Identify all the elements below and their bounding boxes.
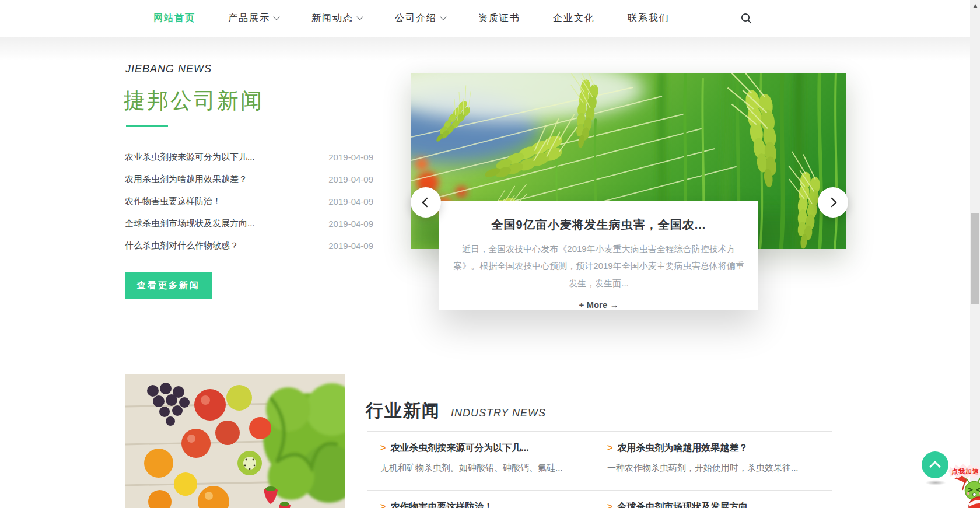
company-news-eyebrow: JIEBANG NEWS — [125, 63, 212, 75]
chevron-up-icon — [929, 461, 941, 472]
more-news-button[interactable]: 查看更多新闻 — [125, 272, 212, 299]
arrow-bullet-icon: > — [607, 502, 612, 508]
main-menu: 网站首页 产品展示 新闻动态 公司介绍 资质证书 企业文化 联系我们 — [153, 0, 702, 37]
industry-news-subtitle: INDUSTRY NEWS — [451, 407, 546, 419]
industry-card-excerpt: 一种农作物杀虫药剂，开始使用时，杀虫效果往... — [607, 463, 819, 474]
carousel-next-button[interactable] — [818, 187, 848, 218]
arrow-bullet-icon: > — [607, 443, 612, 453]
arrow-bullet-icon: > — [380, 443, 386, 453]
nav-item-label: 网站首页 — [153, 13, 195, 23]
nav-item-label: 资质证书 — [478, 13, 520, 23]
company-news-title: 捷邦公司新闻 — [124, 86, 264, 115]
news-item-date: 2019-04-09 — [328, 152, 373, 162]
industry-card-title: 农作物害虫要这样防治！ — [390, 502, 493, 508]
nav-item-culture[interactable]: 企业文化 — [553, 12, 595, 24]
nav-item-home[interactable]: 网站首页 — [153, 12, 195, 24]
nav-item-label: 新闻动态 — [312, 13, 354, 23]
nav-item-contact[interactable]: 联系我们 — [628, 12, 670, 24]
nav-item-certificates[interactable]: 资质证书 — [478, 12, 520, 24]
chevron-left-icon — [422, 198, 432, 208]
industry-card-excerpt: 无机和矿物杀虫剂。如砷酸铅、砷酸钙、氟硅... — [380, 463, 592, 474]
news-item-date: 2019-04-09 — [328, 241, 373, 251]
back-to-top-shadow — [925, 480, 946, 485]
news-item[interactable]: 全球杀虫剂市场现状及发展方向... 2019-04-09 — [125, 212, 373, 234]
news-item-date: 2019-04-09 — [328, 174, 373, 184]
chevron-right-icon — [827, 198, 837, 208]
news-item-title: 全球杀虫剂市场现状及发展方向... — [125, 218, 255, 229]
nav-item-label: 产品展示 — [228, 13, 270, 23]
top-navigation-bar: 网站首页 产品展示 新闻动态 公司介绍 资质证书 企业文化 联系我们 — [0, 0, 980, 37]
scrollbar-up-arrow[interactable] — [973, 4, 978, 8]
industry-card[interactable]: >全球杀虫剂市场现状及发展方向... — [594, 490, 832, 508]
news-item[interactable]: 农作物害虫要这样防治！ 2019-04-09 — [125, 190, 373, 212]
news-item[interactable]: 农用杀虫剂为啥越用效果越差？ 2019-04-09 — [125, 168, 373, 190]
industry-news-title: 行业新闻 — [366, 399, 440, 423]
industry-card[interactable]: >农业杀虫剂按来源可分为以下几... 无机和矿物杀虫剂。如砷酸铅、砷酸钙、氟硅.… — [367, 431, 606, 498]
page: 网站首页 产品展示 新闻动态 公司介绍 资质证书 企业文化 联系我们 — [0, 0, 980, 508]
carousel-prev-button[interactable] — [411, 187, 441, 218]
news-item-date: 2019-04-09 — [328, 219, 373, 229]
industry-card-title: 农业杀虫剂按来源可分为以下几... — [390, 443, 528, 453]
nav-item-label: 联系我们 — [628, 13, 670, 23]
scrollbar-thumb[interactable] — [971, 213, 979, 304]
carousel-news-card[interactable]: 全国9亿亩小麦将发生病虫害，全国农... 近日，全国农技中心发布《2019年小麦… — [439, 201, 758, 310]
carousel-card-excerpt: 近日，全国农技中心发布《2019年小麦重大病虫害全程综合防控技术方案》。根据全国… — [452, 240, 746, 292]
header-shadow — [0, 37, 980, 61]
industry-card-title: 全球杀虫剂市场现状及发展方向... — [617, 502, 755, 508]
back-to-top-button[interactable] — [922, 451, 949, 478]
title-underline — [126, 125, 168, 127]
news-item[interactable]: 农业杀虫剂按来源可分为以下几... 2019-04-09 — [125, 146, 373, 168]
scrollbar[interactable] — [970, 0, 980, 508]
search-icon[interactable] — [740, 12, 754, 26]
industry-card[interactable]: >农作物害虫要这样防治！ — [367, 490, 606, 508]
carousel-more-link[interactable]: + More → — [579, 300, 619, 310]
nav-item-label: 企业文化 — [553, 13, 595, 23]
nav-item-label: 公司介绍 — [395, 13, 437, 23]
industry-card-title: 农用杀虫剂为啥越用效果越差？ — [617, 443, 748, 453]
nav-item-news[interactable]: 新闻动态 — [312, 12, 362, 24]
nav-item-products[interactable]: 产品展示 — [228, 12, 279, 24]
fruits-vegetables-image[interactable] — [125, 374, 345, 508]
arrow-bullet-icon: > — [380, 502, 386, 508]
chevron-down-icon — [440, 13, 446, 20]
chevron-down-icon — [356, 13, 363, 20]
nav-item-about[interactable]: 公司介绍 — [395, 12, 446, 24]
news-item[interactable]: 什么杀虫剂对什么作物敏感？ 2019-04-09 — [125, 234, 373, 257]
industry-card[interactable]: >农用杀虫剂为啥越用效果越差？ 一种农作物杀虫药剂，开始使用时，杀虫效果往... — [594, 431, 832, 498]
company-news-list: 农业杀虫剂按来源可分为以下几... 2019-04-09 农用杀虫剂为啥越用效果… — [125, 146, 373, 257]
news-item-title: 什么杀虫剂对什么作物敏感？ — [125, 240, 239, 251]
news-item-title: 农用杀虫剂为啥越用效果越差？ — [125, 174, 247, 185]
news-item-title: 农作物害虫要这样防治！ — [125, 196, 221, 207]
industry-news-header: 行业新闻 INDUSTRY NEWS — [366, 399, 546, 423]
news-item-title: 农业杀虫剂按来源可分为以下几... — [125, 152, 255, 163]
carousel-card-title: 全国9亿亩小麦将发生病虫害，全国农... — [451, 217, 747, 233]
news-item-date: 2019-04-09 — [328, 197, 373, 206]
chevron-down-icon — [273, 13, 279, 20]
